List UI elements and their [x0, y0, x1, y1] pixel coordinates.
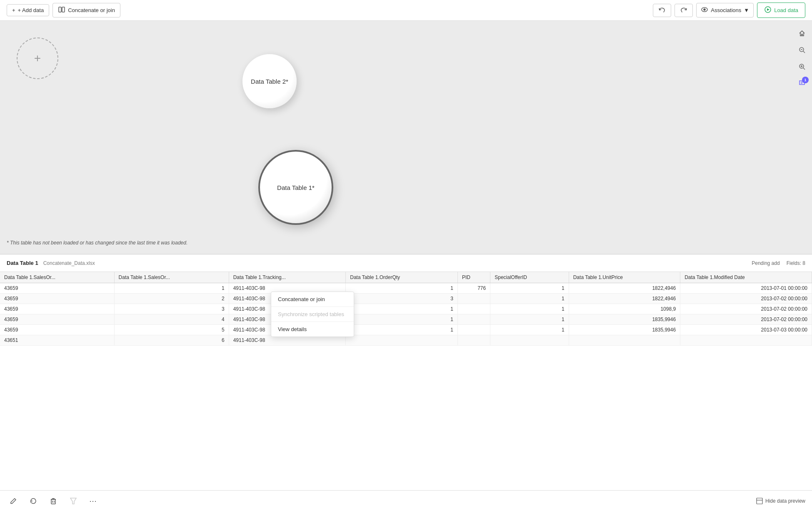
edit-icon[interactable] — [7, 494, 20, 508]
play-icon — [764, 6, 772, 15]
table-cell — [457, 294, 490, 304]
associations-button[interactable]: Associations ▼ — [696, 3, 754, 17]
table-cell: 1835,9946 — [569, 325, 680, 335]
badge-count: 1 — [802, 77, 809, 83]
annotation-icon[interactable]: 1 — [795, 76, 810, 91]
table-cell: 43659 — [0, 283, 114, 294]
context-menu-view-details[interactable]: View details — [271, 322, 354, 337]
svg-line-7 — [803, 51, 805, 53]
table-cell: 3 — [114, 304, 229, 314]
filter-icon[interactable] — [67, 494, 80, 508]
add-data-circle[interactable]: + — [17, 37, 58, 79]
concatenate-join-button[interactable]: Concatenate or join — [52, 3, 120, 17]
data-panel: Data Table 1 Concatenate_Data.xlsx Pendi… — [0, 254, 812, 511]
table-cell — [457, 335, 490, 346]
load-data-label: Load data — [774, 7, 798, 13]
undo-button[interactable] — [653, 4, 671, 17]
table-cell: 1 — [490, 314, 569, 325]
table-header-cell: Data Table 1.SalesOr... — [0, 272, 114, 283]
table-cell: 5 — [114, 325, 229, 335]
table1-label: Data Table 1* — [277, 184, 315, 191]
chevron-down-icon: ▼ — [744, 7, 749, 13]
pending-add-label: Pending add — [752, 260, 780, 266]
data-panel-header: Data Table 1 Concatenate_Data.xlsx Pendi… — [0, 254, 812, 272]
table-cell: 1822,4946 — [569, 294, 680, 304]
data-table-container[interactable]: Data Table 1.SalesOr...Data Table 1.Sale… — [0, 272, 812, 490]
table-cell: 1 — [346, 314, 458, 325]
table-cell: 6 — [114, 335, 229, 346]
concatenate-icon — [58, 6, 65, 15]
table-cell — [346, 335, 458, 346]
table-cell — [569, 335, 680, 346]
bottom-bar: ⋯ Hide data preview — [0, 490, 812, 511]
table-row[interactable]: 4365934911-403C-98111098,92013-07-02 00:… — [0, 304, 812, 314]
table-cell — [457, 314, 490, 325]
data-table-2-node[interactable]: Data Table 2* — [242, 54, 297, 108]
table-header-cell: Data Table 1.OrderQty — [346, 272, 458, 283]
canvas-note: * This table has not been loaded or has … — [7, 240, 187, 246]
data-table: Data Table 1.SalesOr...Data Table 1.Sale… — [0, 272, 812, 346]
data-panel-subtitle: Concatenate_Data.xlsx — [43, 260, 95, 266]
table-row[interactable]: 4365954911-403C-98111835,99462013-07-03 … — [0, 325, 812, 335]
associations-label: Associations — [711, 7, 741, 13]
eye-icon — [701, 6, 708, 15]
table-header: Data Table 1.SalesOr...Data Table 1.Sale… — [0, 272, 812, 283]
table-cell: 1 — [490, 283, 569, 294]
table-cell — [457, 304, 490, 314]
table-cell: 43659 — [0, 304, 114, 314]
table-cell: 1822,4946 — [569, 283, 680, 294]
context-menu: Concatenate or join Synchronize scripted… — [271, 292, 354, 337]
table-cell: 43651 — [0, 335, 114, 346]
table-row[interactable]: 4365914911-403C-98177611822,49462013-07-… — [0, 283, 812, 294]
table-cell: 3 — [346, 294, 458, 304]
table-header-cell: Data Table 1.UnitPrice — [569, 272, 680, 283]
table-header-cell: PID — [457, 272, 490, 283]
fields-label: Fields: 8 — [787, 260, 805, 266]
table-cell: 1 — [490, 294, 569, 304]
table-cell: 43659 — [0, 325, 114, 335]
home-icon[interactable] — [795, 26, 810, 41]
table-cell: 1 — [490, 325, 569, 335]
zoom-out-icon[interactable] — [795, 59, 810, 74]
table-header-cell: SpecialOfferID — [490, 272, 569, 283]
toolbar-right: Associations ▼ Load data — [653, 2, 805, 18]
hide-preview-label: Hide data preview — [765, 498, 805, 504]
svg-rect-19 — [757, 498, 762, 504]
more-options-icon[interactable]: ⋯ — [87, 494, 100, 508]
delete-icon[interactable] — [47, 494, 60, 508]
table-header-cell: Data Table 1.SalesOr... — [114, 272, 229, 283]
table-row[interactable]: 4365164911-403C-98 — [0, 335, 812, 346]
table-header-cell: Data Table 1.Modified Date — [680, 272, 812, 283]
table-cell: 1 — [346, 325, 458, 335]
table-cell — [490, 335, 569, 346]
add-plus-label: + — [34, 52, 41, 65]
table-cell: 2013-07-02 00:00:00 — [680, 314, 812, 325]
table-cell: 1 — [346, 304, 458, 314]
right-toolbar: 1 — [792, 21, 812, 254]
table-cell: 2013-07-03 00:00:00 — [680, 325, 812, 335]
table-header-cell: Data Table 1.Tracking... — [229, 272, 346, 283]
table-cell: 1835,9946 — [569, 314, 680, 325]
redo-button[interactable] — [675, 4, 693, 17]
add-data-button[interactable]: + + Add data — [7, 4, 49, 16]
table-cell: 776 — [457, 283, 490, 294]
svg-marker-18 — [70, 498, 76, 504]
data-table-1-node[interactable]: Data Table 1* — [258, 150, 333, 225]
table-cell: 2 — [114, 294, 229, 304]
table-cell: 2013-07-01 00:00:00 — [680, 283, 812, 294]
zoom-in-icon[interactable] — [795, 42, 810, 57]
add-icon: + — [12, 7, 15, 13]
svg-line-10 — [803, 68, 805, 70]
canvas-note-text: * This table has not been loaded or has … — [7, 240, 187, 246]
table-cell: 43659 — [0, 294, 114, 304]
svg-rect-0 — [59, 7, 61, 12]
hide-preview-button[interactable]: Hide data preview — [756, 498, 805, 504]
table-body: 4365914911-403C-98177611822,49462013-07-… — [0, 283, 812, 346]
table-row[interactable]: 4365944911-403C-98111835,99462013-07-02 … — [0, 314, 812, 325]
context-menu-concatenate[interactable]: Concatenate or join — [271, 292, 354, 307]
table-row[interactable]: 4365924911-403C-98311822,49462013-07-02 … — [0, 294, 812, 304]
refresh-icon[interactable] — [27, 494, 40, 508]
main-toolbar: + + Add data Concatenate or join — [0, 0, 812, 21]
load-data-button[interactable]: Load data — [757, 2, 805, 18]
table-cell: 1 — [114, 283, 229, 294]
